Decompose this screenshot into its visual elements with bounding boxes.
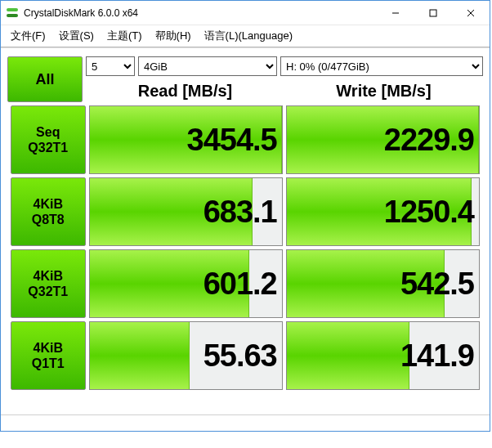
test-size-select[interactable]: 4GiB <box>138 56 277 76</box>
4kib-q1t1-read-cell: 55.63 <box>89 321 283 390</box>
row-label-line1: Seq <box>12 124 84 140</box>
row-label-line1: 4KiB <box>12 196 84 212</box>
window-controls <box>377 1 490 25</box>
result-row-4kib-q32t1: 4KiBQ32T1601.2542.5 <box>11 249 480 318</box>
run-all-button[interactable]: All <box>7 56 83 102</box>
menu-language[interactable]: 语言(L)(Language) <box>199 27 297 45</box>
result-row-4kib-q1t1: 4KiBQ1T155.63141.9 <box>11 321 480 390</box>
4kib-q8t8-read-value: 683.1 <box>90 178 277 245</box>
row-label-line1: 4KiB <box>12 268 84 284</box>
top-controls-right: 5 4GiB H: 0% (0/477GiB) Read [MB/s] Writ… <box>86 56 483 102</box>
close-button[interactable] <box>452 1 490 25</box>
run-4kib-q32t1-button[interactable]: 4KiBQ32T1 <box>11 249 86 318</box>
run-seq-q32t1-button[interactable]: SeqQ32T1 <box>11 105 86 174</box>
seq-q32t1-read-cell: 3454.5 <box>89 105 283 174</box>
statusbar <box>1 414 490 431</box>
svg-rect-3 <box>430 10 436 16</box>
minimize-button[interactable] <box>377 1 414 25</box>
run-4kib-q1t1-button[interactable]: 4KiBQ1T1 <box>11 321 86 390</box>
selects-row: 5 4GiB H: 0% (0/477GiB) <box>86 56 483 76</box>
run-4kib-q8t8-button[interactable]: 4KiBQ8T8 <box>11 177 86 246</box>
menu-file[interactable]: 文件(F) <box>6 27 51 45</box>
menubar: 文件(F) 设置(S) 主题(T) 帮助(H) 语言(L)(Language) <box>1 25 490 47</box>
4kib-q1t1-write-cell: 141.9 <box>286 321 480 390</box>
4kib-q32t1-read-value: 601.2 <box>90 250 277 317</box>
4kib-q1t1-read-value: 55.63 <box>90 322 277 389</box>
svg-rect-1 <box>7 14 18 17</box>
menu-settings[interactable]: 设置(S) <box>54 27 99 45</box>
4kib-q32t1-write-value: 542.5 <box>287 250 474 317</box>
4kib-q1t1-write-value: 141.9 <box>287 322 474 389</box>
run-all-label: All <box>35 71 54 88</box>
application-window: CrystalDiskMark 6.0.0 x64 文件(F) 设置(S) 主题… <box>0 0 490 432</box>
4kib-q8t8-write-value: 1250.4 <box>287 178 474 245</box>
4kib-q8t8-read-cell: 683.1 <box>89 177 283 246</box>
results-table: SeqQ32T13454.52229.94KiBQ8T8683.11250.44… <box>7 102 483 393</box>
svg-rect-0 <box>7 8 18 11</box>
drive-select[interactable]: H: 0% (0/477GiB) <box>280 56 483 76</box>
row-label-line2: Q1T1 <box>12 356 84 371</box>
row-label-line1: 4KiB <box>12 340 84 356</box>
runs-select[interactable]: 5 <box>86 56 135 76</box>
4kib-q32t1-write-cell: 542.5 <box>286 249 480 318</box>
maximize-button[interactable] <box>414 1 452 25</box>
result-row-4kib-q8t8: 4KiBQ8T8683.11250.4 <box>11 177 480 246</box>
header-write: Write [MB/s] <box>284 82 483 101</box>
column-headers: Read [MB/s] Write [MB/s] <box>86 79 483 102</box>
row-label-line2: Q8T8 <box>12 212 84 227</box>
4kib-q32t1-read-cell: 601.2 <box>89 249 283 318</box>
content-area: All 5 4GiB H: 0% (0/477GiB) Read [MB/s] <box>1 48 490 414</box>
titlebar[interactable]: CrystalDiskMark 6.0.0 x64 <box>1 1 490 25</box>
top-controls-row: All 5 4GiB H: 0% (0/477GiB) Read [MB/s] <box>7 56 483 102</box>
seq-q32t1-read-value: 3454.5 <box>90 106 277 173</box>
window-title: CrystalDiskMark 6.0.0 x64 <box>24 7 377 19</box>
4kib-q8t8-write-cell: 1250.4 <box>286 177 480 246</box>
app-icon <box>6 7 19 20</box>
menu-theme[interactable]: 主题(T) <box>102 27 147 45</box>
result-row-seq-q32t1: SeqQ32T13454.52229.9 <box>11 105 480 174</box>
header-read: Read [MB/s] <box>86 82 284 101</box>
row-label-line2: Q32T1 <box>12 140 84 155</box>
seq-q32t1-write-value: 2229.9 <box>287 106 474 173</box>
menu-help[interactable]: 帮助(H) <box>150 27 196 45</box>
row-label-line2: Q32T1 <box>12 284 84 299</box>
seq-q32t1-write-cell: 2229.9 <box>286 105 480 174</box>
